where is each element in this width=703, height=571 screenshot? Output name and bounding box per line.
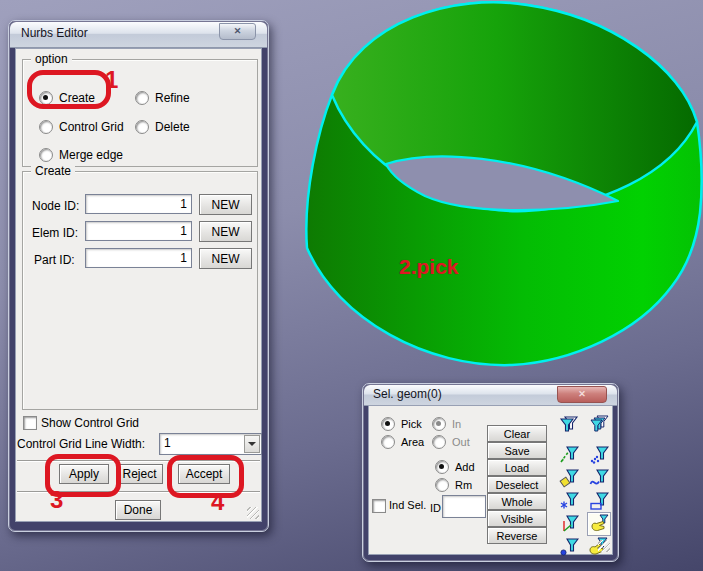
radio-pick-label: Pick xyxy=(401,418,422,430)
radio-in: In xyxy=(432,417,461,431)
radio-rm-label: Rm xyxy=(455,479,472,491)
radio-button-icon xyxy=(432,417,446,431)
elem-id-new-button[interactable]: NEW xyxy=(199,221,252,242)
node-select-filter-icon[interactable] xyxy=(558,536,580,558)
radio-add[interactable]: Add xyxy=(435,460,475,474)
node-id-input[interactable] xyxy=(85,194,192,214)
part-id-input[interactable] xyxy=(85,248,192,268)
save-button[interactable]: Save xyxy=(487,442,547,459)
radio-area-label: Area xyxy=(401,436,424,448)
resize-grip[interactable] xyxy=(247,507,259,519)
close-icon: ✕ xyxy=(234,26,242,36)
nurbs-editor-window: Nurbs Editor ✕ option Create Refine Cont… xyxy=(8,20,269,532)
line-width-label: Control Grid Line Width: xyxy=(17,437,145,451)
radio-button-icon xyxy=(381,417,395,431)
radio-button-icon xyxy=(39,120,53,134)
radio-delete[interactable]: Delete xyxy=(135,120,190,134)
box-select-filter-icon[interactable] xyxy=(588,490,610,512)
radio-refine[interactable]: Refine xyxy=(135,91,190,105)
radio-in-label: In xyxy=(452,418,461,430)
part-id-label: Part ID: xyxy=(34,253,75,267)
option-group-label: option xyxy=(31,52,72,66)
node-id-label: Node ID: xyxy=(32,199,79,213)
whole-button[interactable]: Whole xyxy=(487,493,547,510)
visible-button[interactable]: Visible xyxy=(487,510,547,527)
radio-refine-label: Refine xyxy=(155,91,190,105)
resize-grip[interactable] xyxy=(598,540,610,552)
sel-geom-client: Pick Area In Out Add Rm xyxy=(368,405,613,555)
region-select-filter-icon[interactable] xyxy=(558,467,580,489)
radio-add-label: Add xyxy=(455,461,475,473)
part-id-new-button[interactable]: NEW xyxy=(199,248,252,269)
nurbs-editor-title: Nurbs Editor xyxy=(21,26,88,40)
radio-out: Out xyxy=(432,435,470,449)
radio-merge-edge[interactable]: Merge edge xyxy=(39,148,123,162)
radio-button-icon xyxy=(381,435,395,449)
radio-button-icon xyxy=(435,460,449,474)
axes-select-filter-icon[interactable] xyxy=(558,513,580,535)
id-label: ID xyxy=(430,502,441,514)
deselect-button[interactable]: Deselect xyxy=(487,476,547,493)
radio-out-label: Out xyxy=(452,436,470,448)
dropdown-button[interactable] xyxy=(244,435,260,453)
hand-pick-filter-icon[interactable] xyxy=(587,512,611,536)
apply-button[interactable]: Apply xyxy=(59,464,109,484)
radio-button-icon xyxy=(435,478,449,492)
ind-sel-label: Ind Sel. xyxy=(389,499,426,511)
radio-button-icon xyxy=(432,435,446,449)
close-icon: ✕ xyxy=(578,389,586,399)
sel-geom-window: Sel. geom(0) ✕ Pick Area In Out xyxy=(362,383,619,562)
ind-sel-checkbox[interactable] xyxy=(372,499,386,513)
radio-pick[interactable]: Pick xyxy=(381,417,422,431)
polyline-select-filter-icon[interactable] xyxy=(558,444,580,466)
line-width-combobox[interactable]: 1 xyxy=(159,433,262,455)
radio-area[interactable]: Area xyxy=(381,435,424,449)
radio-create-label: Create xyxy=(59,91,95,105)
radio-button-icon xyxy=(135,120,149,134)
nurbs-editor-client: option Create Refine Control Grid Delete xyxy=(15,48,262,522)
radio-delete-label: Delete xyxy=(155,120,190,134)
reject-button[interactable]: Reject xyxy=(116,464,163,484)
radio-control-grid-label: Control Grid xyxy=(59,120,124,134)
curve-select-filter-icon[interactable] xyxy=(588,467,610,489)
separator xyxy=(17,460,260,462)
line-width-value: 1 xyxy=(164,436,171,450)
elem-id-input[interactable] xyxy=(85,221,192,241)
separator xyxy=(17,491,260,493)
reverse-button[interactable]: Reverse xyxy=(487,527,547,544)
radio-button-icon xyxy=(39,148,53,162)
node-id-new-button[interactable]: NEW xyxy=(199,194,252,215)
chevron-down-icon xyxy=(248,442,256,450)
show-control-grid-checkbox[interactable] xyxy=(23,416,37,430)
radio-button-icon xyxy=(135,91,149,105)
done-button[interactable]: Done xyxy=(115,500,161,520)
accept-button[interactable]: Accept xyxy=(178,464,230,484)
radio-merge-edge-label: Merge edge xyxy=(59,148,123,162)
radio-button-icon xyxy=(39,91,53,105)
multi-select-all-filter-icon[interactable] xyxy=(588,413,610,435)
sel-geom-title: Sel. geom(0) xyxy=(373,387,442,401)
radio-rm[interactable]: Rm xyxy=(435,478,472,492)
multi-select-filter-icon[interactable] xyxy=(558,413,580,435)
create-group-label: Create xyxy=(31,164,75,178)
close-button[interactable]: ✕ xyxy=(219,23,256,40)
application-background: 2.pick Nurbs Editor ✕ option Create Refi… xyxy=(0,0,703,571)
points-select-filter-icon[interactable] xyxy=(588,444,610,466)
show-control-grid-label: Show Control Grid xyxy=(41,416,139,430)
clear-button[interactable]: Clear xyxy=(487,425,547,442)
ind-sel-id-input[interactable] xyxy=(442,495,486,518)
elem-id-label: Elem ID: xyxy=(32,226,78,240)
radio-create[interactable]: Create xyxy=(39,91,95,105)
close-button[interactable]: ✕ xyxy=(557,386,607,403)
load-button[interactable]: Load xyxy=(487,459,547,476)
radio-control-grid[interactable]: Control Grid xyxy=(39,120,124,134)
star-point-select-filter-icon[interactable] xyxy=(558,490,580,512)
option-groupbox: option Create Refine Control Grid Delete xyxy=(22,59,258,167)
